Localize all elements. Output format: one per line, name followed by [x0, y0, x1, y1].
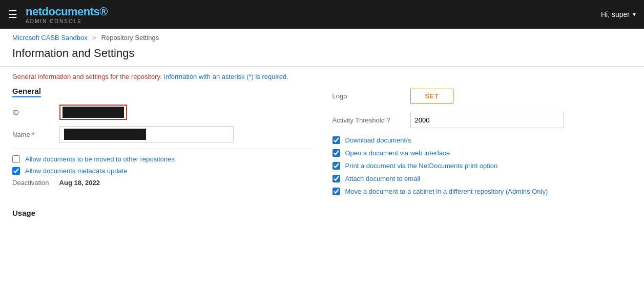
- general-section-heading: General: [12, 87, 41, 97]
- print-label[interactable]: Print a document via the NetDocuments pr…: [345, 162, 498, 170]
- move-cabinet-checkbox[interactable]: [333, 188, 340, 195]
- user-menu[interactable]: Hi, super ▾: [601, 10, 636, 18]
- allow-move-label[interactable]: Allow documents to be moved to other rep…: [25, 155, 175, 163]
- set-logo-button[interactable]: SET: [410, 89, 454, 104]
- threshold-label: Activity Threshold ?: [333, 116, 404, 124]
- right-section: Logo SET Activity Threshold ? Download d…: [333, 87, 632, 200]
- breadcrumb: Microsoft CASB Sandbox > Repository Sett…: [0, 29, 644, 44]
- name-label: Name *: [12, 131, 53, 138]
- info-text-plain: General information and settings for the…: [12, 73, 163, 80]
- info-text-blue: Information with an asterisk (*) is requ…: [163, 73, 288, 80]
- brand-subtitle: ADMIN CONSOLE: [26, 18, 108, 24]
- open-web-checkbox-row: Open a document via web interface: [333, 149, 632, 157]
- user-greeting: Hi, super: [601, 10, 630, 18]
- deactivation-date: Aug 18, 2022: [59, 179, 100, 187]
- download-checkbox-row: Download document/s: [333, 136, 632, 144]
- attach-email-checkbox-row: Attach document to email: [333, 175, 632, 182]
- required-asterisk: *: [32, 131, 34, 138]
- top-navigation: ☰ netdocuments® ADMIN CONSOLE Hi, super …: [0, 0, 644, 29]
- id-label: ID: [12, 109, 53, 116]
- attach-email-checkbox[interactable]: [333, 175, 340, 182]
- deactivation-label: Deactivation: [12, 179, 49, 187]
- move-cabinet-label[interactable]: Move a document to a cabinet in a differ…: [345, 188, 548, 195]
- breadcrumb-current: Repository Settings: [101, 34, 159, 42]
- usage-heading: Usage: [12, 209, 632, 217]
- logo-label: Logo: [333, 92, 404, 100]
- right-checkboxes: Download document/s Open a document via …: [333, 136, 632, 195]
- print-checkbox[interactable]: [333, 162, 340, 170]
- hamburger-menu-icon[interactable]: ☰: [8, 8, 17, 21]
- open-web-checkbox[interactable]: [333, 149, 340, 157]
- breadcrumb-separator: >: [92, 34, 96, 42]
- allow-move-checkbox[interactable]: [12, 155, 20, 163]
- info-text: General information and settings for the…: [0, 67, 644, 87]
- brand-name: netdocuments®: [26, 5, 108, 18]
- chevron-down-icon: ▾: [633, 11, 636, 18]
- breadcrumb-parent-link[interactable]: Microsoft CASB Sandbox: [12, 34, 88, 42]
- logo-field-row: Logo SET: [333, 89, 632, 104]
- move-cabinet-checkbox-row: Move a document to a cabinet in a differ…: [333, 188, 632, 195]
- id-field-wrapper: [59, 105, 127, 120]
- open-web-label[interactable]: Open a document via web interface: [345, 149, 450, 157]
- name-value-masked: [64, 129, 146, 140]
- main-content: General ID Name * Allow documents to be …: [0, 87, 644, 200]
- usage-section: Usage: [0, 200, 644, 217]
- allow-metadata-label[interactable]: Allow documents metadata update: [25, 167, 127, 175]
- id-field-row: ID: [12, 105, 312, 120]
- download-label[interactable]: Download document/s: [345, 136, 411, 144]
- page-title: Information and Settings: [0, 44, 644, 67]
- name-input-field[interactable]: [59, 126, 234, 142]
- threshold-field-row: Activity Threshold ?: [333, 112, 632, 128]
- topnav-left: ☰ netdocuments® ADMIN CONSOLE: [8, 5, 108, 24]
- threshold-input[interactable]: [410, 112, 564, 128]
- download-checkbox[interactable]: [333, 136, 340, 144]
- brand-accent: net: [26, 5, 42, 18]
- attach-email-label[interactable]: Attach document to email: [345, 175, 421, 182]
- allow-metadata-checkbox-row: Allow documents metadata update: [12, 167, 312, 175]
- divider-1: [12, 149, 312, 149]
- deactivation-row: Deactivation Aug 18, 2022: [12, 179, 312, 187]
- print-checkbox-row: Print a document via the NetDocuments pr…: [333, 162, 632, 170]
- allow-move-checkbox-row: Allow documents to be moved to other rep…: [12, 155, 312, 163]
- id-value-box: [63, 107, 124, 118]
- left-section: General ID Name * Allow documents to be …: [12, 87, 312, 200]
- name-field-row: Name *: [12, 126, 312, 142]
- brand-logo: netdocuments® ADMIN CONSOLE: [26, 5, 108, 24]
- allow-metadata-checkbox[interactable]: [12, 167, 20, 175]
